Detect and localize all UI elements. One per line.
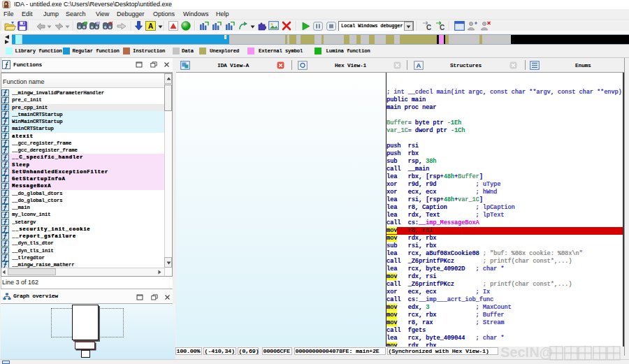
svg-text:C: C bbox=[426, 24, 431, 31]
svg-text:A: A bbox=[417, 61, 421, 69]
svg-text:C: C bbox=[440, 24, 444, 31]
